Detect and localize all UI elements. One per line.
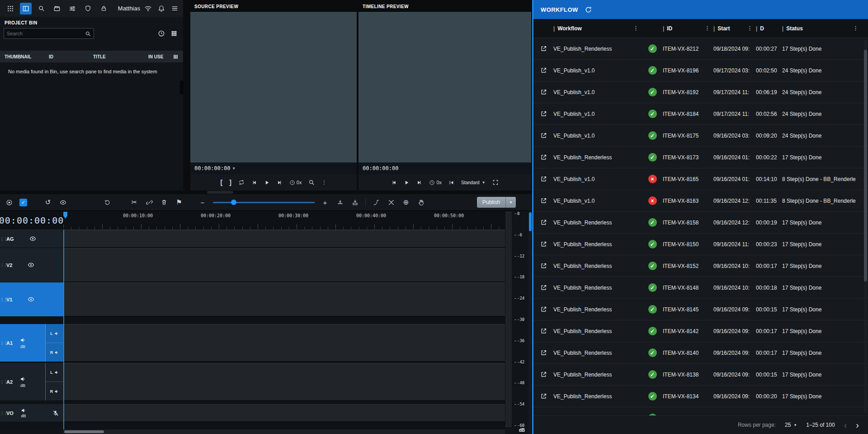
track-lane[interactable] bbox=[63, 282, 505, 317]
mark-out-icon[interactable]: ] bbox=[229, 179, 231, 186]
open-in-new-icon[interactable] bbox=[540, 197, 547, 204]
column-id[interactable]: |ID⋮ bbox=[663, 25, 713, 32]
chevron-down-icon[interactable]: ▼ bbox=[232, 166, 235, 171]
track-header[interactable]: ⋮⋮ A2 dB L bbox=[0, 363, 63, 401]
more-options-icon[interactable]: ⋮ bbox=[321, 180, 326, 186]
workflow-row[interactable]: VE_Publish_Renderless✓ITEM-VX-814209/16/… bbox=[533, 320, 868, 342]
timeline-timecode[interactable]: 00:00:00:00 bbox=[0, 211, 63, 230]
scrollbar-thumb[interactable] bbox=[64, 430, 104, 433]
play-icon[interactable] bbox=[404, 180, 410, 186]
visibility-eye-icon[interactable] bbox=[29, 235, 36, 242]
zoom-in-icon[interactable]: + bbox=[321, 198, 330, 207]
overwrite-clip-icon[interactable] bbox=[350, 198, 359, 207]
track-header[interactable]: ⋮⋮ V2 bbox=[0, 248, 63, 282]
channel-right[interactable]: R bbox=[46, 382, 63, 401]
workflow-row[interactable]: VE_Publish_v1.0✓ITEM-VX-818409/17/2024 1… bbox=[533, 103, 868, 125]
panel-collapse-handle[interactable] bbox=[180, 81, 183, 94]
workflow-row[interactable]: VE_Publish_Renderless✓ITEM-VX-814809/16/… bbox=[533, 277, 868, 299]
shield-icon[interactable] bbox=[82, 3, 94, 14]
column-in-use[interactable]: IN USE bbox=[148, 54, 173, 59]
open-in-new-icon[interactable] bbox=[540, 393, 547, 400]
bin-search-input[interactable] bbox=[7, 31, 85, 36]
track-v1[interactable]: ⋮⋮ V1 bbox=[0, 282, 505, 317]
source-timecode[interactable]: 00:00:00:00 bbox=[194, 165, 230, 172]
db-label[interactable]: dB bbox=[20, 344, 25, 349]
channel-left[interactable]: L bbox=[46, 324, 63, 343]
open-in-new-icon[interactable] bbox=[540, 176, 547, 182]
rows-per-page-select[interactable]: 25 ▼ bbox=[785, 422, 797, 428]
refresh-icon[interactable] bbox=[585, 6, 592, 14]
playback-speed-icon[interactable]: 0x bbox=[429, 180, 442, 186]
workflow-row[interactable]: VE_Publish_Renderless✓ITEM-VX-815209/16/… bbox=[533, 255, 868, 277]
undo-icon[interactable]: ↺ bbox=[43, 198, 52, 207]
previous-page-icon[interactable]: ‹ bbox=[844, 420, 847, 429]
timeline-vertical-scrollbar[interactable] bbox=[528, 211, 532, 434]
playhead-line[interactable] bbox=[63, 230, 64, 429]
open-in-new-icon[interactable] bbox=[540, 284, 547, 291]
workflow-row[interactable]: VE_Publish_Renderless✓ITEM-VX-813409/16/… bbox=[533, 386, 868, 407]
track-header[interactable]: ⋮⋮ A1 dB L bbox=[0, 324, 63, 362]
crossfade-icon[interactable] bbox=[387, 198, 396, 207]
user-name[interactable]: Matthias bbox=[118, 5, 140, 12]
workflow-row[interactable]: VE_Publish_v1.0×ITEM-VX-816509/16/2024 0… bbox=[533, 168, 868, 190]
workflow-row[interactable]: VE_Publish_Renderless✓ITEM-VX-814509/16/… bbox=[533, 299, 868, 320]
delete-trash-icon[interactable] bbox=[160, 198, 169, 207]
next-page-icon[interactable]: › bbox=[856, 420, 859, 429]
menu-icon[interactable] bbox=[171, 5, 179, 12]
next-frame-icon[interactable] bbox=[277, 180, 283, 186]
mic-muted-icon[interactable] bbox=[52, 410, 59, 416]
drag-handle-icon[interactable]: ⋮⋮ bbox=[0, 341, 5, 345]
drag-handle-icon[interactable]: ⋮⋮ bbox=[0, 297, 5, 302]
drag-handle-icon[interactable]: ⋮⋮ bbox=[0, 411, 5, 415]
loop-icon[interactable] bbox=[238, 179, 245, 186]
workflow-row[interactable]: VE_Publish_Renderless✓ITEM-VX-821209/18/… bbox=[533, 38, 868, 60]
open-in-new-icon[interactable] bbox=[540, 89, 547, 95]
workflow-row[interactable]: VE_Publish_Renderless✓ITEM-VX-813809/16/… bbox=[533, 364, 868, 386]
workflow-row[interactable]: ✓ bbox=[533, 407, 868, 415]
select-tool-checkbox[interactable]: ✓ bbox=[19, 199, 27, 206]
timeline-preview-video[interactable] bbox=[359, 12, 531, 162]
link-icon[interactable] bbox=[145, 198, 154, 207]
visibility-eye-icon[interactable] bbox=[28, 262, 34, 268]
open-in-new-icon[interactable] bbox=[540, 371, 547, 378]
workflow-row[interactable]: VE_Publish_v1.0×ITEM-VX-816309/16/2024 1… bbox=[533, 190, 868, 212]
open-in-new-icon[interactable] bbox=[540, 45, 547, 52]
zoom-icon[interactable] bbox=[308, 179, 315, 186]
track-vo[interactable]: ⋮⋮ VO dB bbox=[0, 404, 505, 422]
snap-icon[interactable]: ⊕ bbox=[401, 198, 410, 207]
db-label[interactable]: dB bbox=[20, 383, 25, 388]
speaker-icon[interactable] bbox=[20, 337, 26, 343]
open-in-new-icon[interactable] bbox=[540, 219, 547, 226]
column-thumbnail[interactable]: THUMBNAIL bbox=[5, 54, 49, 59]
track-a2[interactable]: ⋮⋮ A2 dB L bbox=[0, 363, 505, 401]
open-in-new-icon[interactable] bbox=[540, 349, 547, 356]
layout-columns-icon[interactable] bbox=[20, 3, 31, 14]
track-lane[interactable] bbox=[63, 324, 505, 362]
source-preview-video[interactable] bbox=[190, 12, 357, 162]
search-icon[interactable] bbox=[85, 31, 91, 37]
search-icon[interactable] bbox=[36, 3, 47, 14]
hand-tool-icon[interactable] bbox=[416, 198, 425, 207]
fade-curve-icon[interactable] bbox=[372, 198, 381, 207]
open-in-new-icon[interactable] bbox=[540, 67, 547, 74]
workflow-row[interactable]: VE_Publish_Renderless✓ITEM-VX-814009/16/… bbox=[533, 342, 868, 364]
wifi-icon[interactable] bbox=[144, 5, 152, 12]
track-lane[interactable] bbox=[63, 404, 505, 422]
workflow-row[interactable]: VE_Publish_Renderless✓ITEM-VX-815009/16/… bbox=[533, 234, 868, 255]
column-settings-icon[interactable] bbox=[173, 54, 179, 60]
open-in-new-icon[interactable] bbox=[540, 306, 547, 313]
workflow-row[interactable]: VE_Publish_Renderless✓ITEM-VX-817309/16/… bbox=[533, 147, 868, 168]
drag-handle-icon[interactable]: ⋮⋮ bbox=[0, 263, 5, 267]
column-duration[interactable]: |D bbox=[756, 25, 782, 32]
timeline-horizontal-scrollbar[interactable] bbox=[63, 429, 505, 434]
column-status[interactable]: |Status⋮ bbox=[782, 25, 862, 32]
timeline-zoom-slider[interactable] bbox=[213, 199, 315, 205]
restore-history-icon[interactable] bbox=[103, 198, 112, 207]
workflow-row[interactable]: VE_Publish_Renderless✓ITEM-VX-815809/16/… bbox=[533, 212, 868, 234]
column-id[interactable]: ID bbox=[49, 54, 93, 59]
play-icon[interactable] bbox=[264, 180, 270, 186]
open-in-new-icon[interactable] bbox=[540, 328, 547, 334]
tune-sliders-icon[interactable] bbox=[67, 3, 78, 14]
prev-frame-icon[interactable] bbox=[391, 180, 397, 186]
workflow-row[interactable]: VE_Publish_v1.0✓ITEM-VX-817509/16/2024 0… bbox=[533, 125, 868, 147]
